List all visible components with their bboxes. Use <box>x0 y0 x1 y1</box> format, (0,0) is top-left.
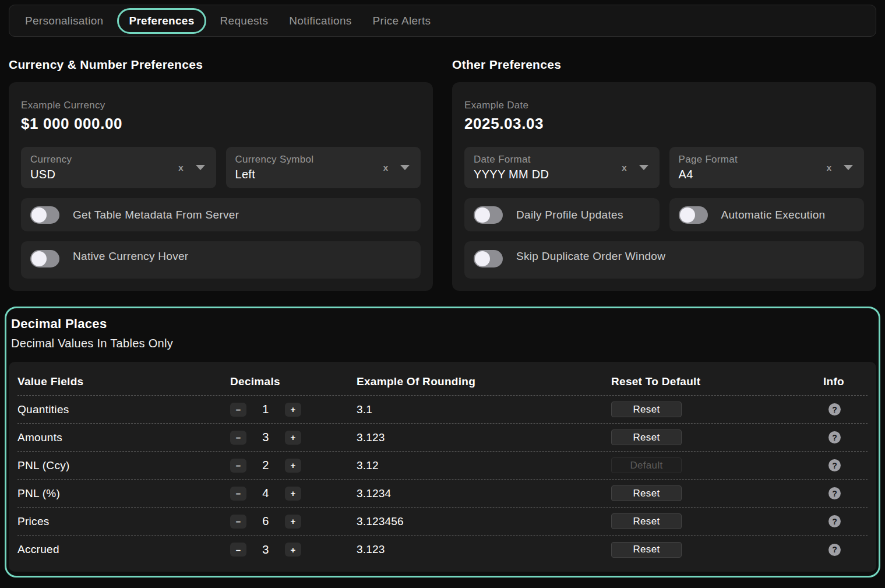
table-row-amounts: Amounts – 3 + 3.123 Reset ? <box>17 424 868 452</box>
toggle-row-daily-profile-updates: Daily Profile Updates <box>464 198 660 231</box>
decimal-places-section: Decimal Places Decimal Values In Tables … <box>5 307 880 578</box>
stepper-plus-button[interactable]: + <box>285 543 301 557</box>
stepper-plus-button[interactable]: + <box>285 487 301 501</box>
currency-number-section: Currency & Number Preferences Example Cu… <box>9 50 433 291</box>
table-row-prices: Prices – 6 + 3.123456 Reset ? <box>17 508 868 536</box>
currency-symbol-select-value: Left <box>235 168 314 181</box>
tab-preferences[interactable]: Preferences <box>117 8 206 34</box>
skip-duplicate-order-toggle[interactable] <box>474 250 503 267</box>
toggle-row-table-metadata: Get Table Metadata From Server <box>21 198 421 231</box>
toggle-knob <box>475 251 490 266</box>
clear-icon[interactable]: x <box>622 163 626 172</box>
page-format-select-label: Page Format <box>679 154 738 166</box>
reset-button[interactable]: Reset <box>611 513 682 529</box>
rounding-example: 3.123 <box>357 543 611 556</box>
table-row-pnl-pct: PNL (%) – 4 + 3.1234 Reset ? <box>17 480 868 508</box>
info-icon[interactable]: ? <box>828 515 841 527</box>
decimals-stepper: – 2 + <box>230 459 357 473</box>
reset-button[interactable]: Reset <box>611 429 682 445</box>
decimals-value: 3 <box>246 543 285 557</box>
date-format-select-value: YYYY MM DD <box>474 168 549 181</box>
other-fields-row: Date Format YYYY MM DD x Page Format A4 … <box>464 147 864 188</box>
chevron-down-icon[interactable] <box>196 165 205 170</box>
toggle-pair-row: Daily Profile Updates Automatic Executio… <box>464 188 864 231</box>
tab-price-alerts[interactable]: Price Alerts <box>362 8 442 34</box>
value-field-label: Quantities <box>17 403 230 416</box>
stepper-minus-button[interactable]: – <box>230 515 246 529</box>
example-currency-value: $1 000 000.00 <box>21 115 421 133</box>
decimal-places-title: Decimal Places <box>11 316 876 332</box>
stepper-minus-button[interactable]: – <box>230 543 246 557</box>
clear-icon[interactable]: x <box>178 163 183 172</box>
other-preferences-section: Other Preferences Example Date 2025.03.0… <box>452 50 876 291</box>
rounding-example: 3.123 <box>357 431 611 444</box>
currency-select-label: Currency <box>30 154 72 166</box>
currency-select[interactable]: Currency USD x <box>21 147 216 188</box>
toggle-knob <box>31 251 47 266</box>
native-currency-hover-toggle[interactable] <box>30 250 59 267</box>
toggle-row-native-currency-hover: Native Currency Hover <box>21 241 421 279</box>
date-format-select-label: Date Format <box>474 154 549 166</box>
stepper-minus-button[interactable]: – <box>230 459 246 473</box>
toggle-row-skip-duplicate-order: Skip Duplicate Order Window <box>464 241 864 279</box>
info-icon[interactable]: ? <box>828 403 841 416</box>
currency-select-value: USD <box>30 168 72 181</box>
rounding-example: 3.12 <box>357 459 611 472</box>
currency-fields-row: Currency USD x Currency Symbol Left x <box>21 147 421 188</box>
tab-requests[interactable]: Requests <box>210 8 279 34</box>
daily-profile-updates-toggle[interactable] <box>474 206 503 224</box>
decimals-stepper: – 4 + <box>230 487 357 501</box>
table-row-pnl-ccy: PNL (Ccy) – 2 + 3.12 Default ? <box>17 452 868 480</box>
decimal-places-subtitle: Decimal Values In Tables Only <box>11 337 876 350</box>
stepper-minus-button[interactable]: – <box>230 403 246 417</box>
date-format-select[interactable]: Date Format YYYY MM DD x <box>464 147 660 188</box>
col-header-info: Info <box>823 375 868 388</box>
value-field-label: PNL (%) <box>17 487 230 500</box>
table-metadata-toggle[interactable] <box>30 206 59 224</box>
value-field-label: Amounts <box>17 431 230 444</box>
info-icon[interactable]: ? <box>828 544 841 556</box>
clear-icon[interactable]: x <box>383 163 388 172</box>
stepper-plus-button[interactable]: + <box>285 515 301 529</box>
toggle-label: Daily Profile Updates <box>516 209 623 221</box>
toggle-knob <box>475 207 490 223</box>
tab-notifications[interactable]: Notifications <box>278 8 362 34</box>
page-format-select-value: A4 <box>679 168 738 181</box>
example-date-value: 2025.03.03 <box>464 115 864 133</box>
info-icon[interactable]: ? <box>828 431 841 443</box>
chevron-down-icon[interactable] <box>400 165 410 170</box>
example-currency-label: Example Currency <box>21 100 421 111</box>
toggle-label: Native Currency Hover <box>73 250 188 263</box>
rounding-example: 3.1234 <box>357 487 611 500</box>
stepper-plus-button[interactable]: + <box>285 403 301 417</box>
chevron-down-icon[interactable] <box>844 165 853 170</box>
reset-button[interactable]: Reset <box>611 542 682 558</box>
tab-personalisation[interactable]: Personalisation <box>15 8 114 34</box>
info-icon[interactable]: ? <box>828 459 841 471</box>
reset-button[interactable]: Reset <box>611 485 682 501</box>
stepper-minus-button[interactable]: – <box>230 431 246 445</box>
col-header-decimals: Decimals <box>230 375 357 388</box>
decimals-stepper: – 3 + <box>230 431 357 445</box>
decimals-stepper: – 1 + <box>230 403 357 417</box>
stepper-plus-button[interactable]: + <box>285 459 301 473</box>
reset-button[interactable]: Reset <box>611 402 682 417</box>
toggle-label: Skip Duplicate Order Window <box>516 250 665 263</box>
chevron-down-icon[interactable] <box>639 165 648 170</box>
stepper-minus-button[interactable]: – <box>230 487 246 501</box>
info-icon[interactable]: ? <box>828 487 841 499</box>
stepper-plus-button[interactable]: + <box>285 431 301 445</box>
table-row-accrued: Accrued – 3 + 3.123 Reset ? <box>17 536 868 564</box>
automatic-execution-toggle[interactable] <box>679 206 708 224</box>
col-header-example-of-rounding: Example Of Rounding <box>357 375 611 388</box>
toggle-knob <box>31 207 47 223</box>
clear-icon[interactable]: x <box>827 163 831 172</box>
decimals-stepper: – 3 + <box>230 543 357 557</box>
rounding-example: 3.123456 <box>357 515 611 528</box>
value-field-label: PNL (Ccy) <box>17 459 230 472</box>
currency-symbol-select-label: Currency Symbol <box>235 154 314 166</box>
page-format-select[interactable]: Page Format A4 x <box>669 147 865 188</box>
currency-symbol-select[interactable]: Currency Symbol Left x <box>226 147 421 188</box>
value-field-label: Prices <box>17 515 230 528</box>
reset-button-disabled: Default <box>611 457 682 473</box>
